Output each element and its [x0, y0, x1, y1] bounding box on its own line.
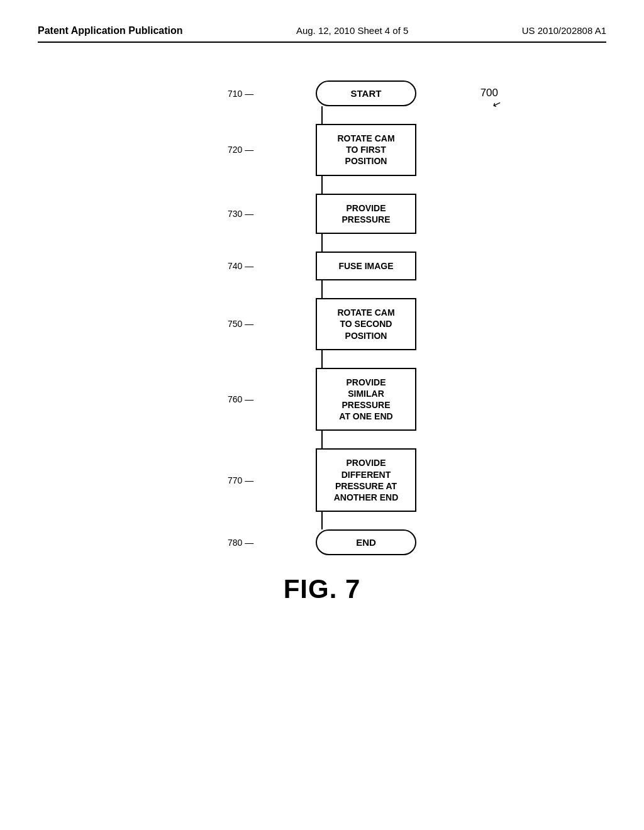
connector-750-760: [321, 350, 323, 368]
box-rotate-second: ROTATE CAMTO SECONDPOSITION: [316, 298, 416, 350]
diagram-area: 700 ↙ 710 — START 720 — ROTATE CAMTO FIR…: [38, 80, 606, 604]
step-label-770: 770 —: [228, 475, 253, 485]
step-label-760: 760 —: [228, 394, 253, 404]
step-label-780: 780 —: [228, 538, 253, 548]
page: Patent Application Publication Aug. 12, …: [0, 0, 644, 830]
step-row-780: 780 — END: [228, 529, 416, 555]
step-row-730: 730 — PROVIDEPRESSURE: [228, 194, 416, 234]
step-row-770: 770 — PROVIDEDIFFERENTPRESSURE ATANOTHER…: [228, 448, 416, 512]
connector-710-720: [321, 106, 323, 124]
flow-chart: 710 — START 720 — ROTATE CAMTO FIRSTPOSI…: [228, 80, 416, 555]
header-date-sheet: Aug. 12, 2010 Sheet 4 of 5: [296, 25, 408, 36]
connector-730-740: [321, 234, 323, 252]
header-patent-number: US 2010/202808 A1: [522, 25, 606, 36]
header-publication-label: Patent Application Publication: [38, 25, 183, 36]
step-row-760: 760 — PROVIDESIMILARPRESSUREAT ONE END: [228, 368, 416, 431]
box-start: START: [316, 80, 416, 106]
step-label-720: 720 —: [228, 145, 253, 155]
box-different-pressure: PROVIDEDIFFERENTPRESSURE ATANOTHER END: [316, 448, 416, 512]
box-fuse-image: FUSE IMAGE: [316, 252, 416, 280]
step-label-740: 740 —: [228, 261, 253, 271]
box-end: END: [316, 529, 416, 555]
header: Patent Application Publication Aug. 12, …: [38, 25, 606, 43]
connector-740-750: [321, 280, 323, 298]
step-row-740: 740 — FUSE IMAGE: [228, 252, 416, 280]
connector-770-780: [321, 512, 323, 529]
box-similar-pressure: PROVIDESIMILARPRESSUREAT ONE END: [316, 368, 416, 431]
step-row-720: 720 — ROTATE CAMTO FIRSTPOSITION: [228, 124, 416, 176]
box-provide-pressure: PROVIDEPRESSURE: [316, 194, 416, 234]
step-row-710: 710 — START: [228, 80, 416, 106]
step-label-710: 710 —: [228, 89, 253, 99]
step-row-750: 750 — ROTATE CAMTO SECONDPOSITION: [228, 298, 416, 350]
figure-label: FIG. 7: [284, 574, 361, 604]
box-rotate-first: ROTATE CAMTO FIRSTPOSITION: [316, 124, 416, 176]
step-label-750: 750 —: [228, 319, 253, 329]
step-label-730: 730 —: [228, 209, 253, 219]
connector-760-770: [321, 431, 323, 448]
connector-720-730: [321, 176, 323, 194]
